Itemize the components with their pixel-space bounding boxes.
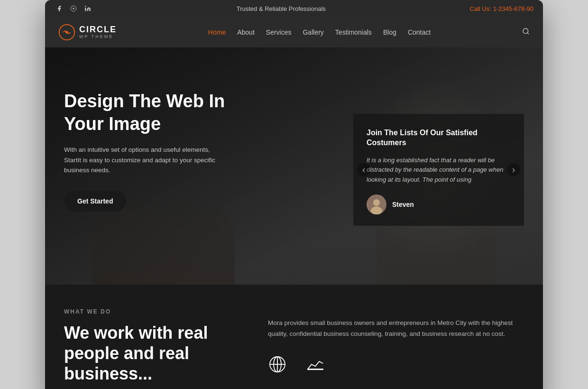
- nav-item-gallery[interactable]: Gallery: [303, 28, 323, 37]
- wwd-heading: We work with real people and real busine…: [64, 323, 244, 384]
- svg-line-6: [527, 33, 529, 34]
- what-we-do-section: WHAT WE DO We work with real people and …: [45, 285, 543, 389]
- wwd-label: WHAT WE DO: [64, 308, 244, 315]
- top-bar-tagline: Trusted & Reliable Professionals: [237, 5, 326, 12]
- nav-item-testimonials[interactable]: Testimonials: [335, 28, 372, 37]
- linkedin-icon[interactable]: [83, 4, 92, 13]
- testimonial-author: Steven: [367, 194, 511, 214]
- nav-item-services[interactable]: Services: [266, 28, 292, 37]
- nav-link-contact[interactable]: Contact: [408, 28, 431, 36]
- nav-item-home[interactable]: Home: [208, 28, 226, 37]
- next-arrow[interactable]: ›: [507, 163, 520, 176]
- nav-item-contact[interactable]: Contact: [408, 28, 431, 37]
- get-started-button[interactable]: Get Started: [64, 191, 126, 212]
- prev-arrow[interactable]: ‹: [357, 163, 370, 176]
- testimonial-title: Join The Lists Of Our Satisfied Costumer…: [367, 128, 511, 148]
- testimonial-nav: ‹ ›: [353, 163, 524, 176]
- nav-link-home[interactable]: Home: [208, 28, 226, 36]
- youtube-icon[interactable]: [69, 4, 78, 13]
- logo-subtitle: WP THEME: [79, 34, 117, 40]
- social-icons: [55, 4, 92, 13]
- top-bar: Trusted & Reliable Professionals Call Us…: [45, 0, 543, 17]
- navbar: CIRCLE WP THEME Home About Services Gall…: [45, 17, 543, 47]
- wwd-right: Mora provides small business owners and …: [268, 308, 524, 384]
- nav-link-about[interactable]: About: [237, 28, 255, 36]
- svg-point-5: [523, 28, 528, 34]
- search-icon[interactable]: [522, 28, 530, 37]
- nav-item-about[interactable]: About: [237, 28, 255, 37]
- author-name: Steven: [392, 201, 414, 208]
- hero-description: With an intuitive set of options and use…: [64, 145, 216, 176]
- svg-point-8: [373, 199, 380, 206]
- nav-item-blog[interactable]: Blog: [383, 28, 396, 37]
- logo[interactable]: CIRCLE WP THEME: [58, 24, 117, 41]
- facebook-icon[interactable]: [55, 4, 64, 13]
- phone-number: 1-2345-678-90: [493, 5, 533, 12]
- wwd-globe-icon-item: [268, 355, 287, 374]
- wwd-chart-icon-item: [306, 355, 325, 374]
- svg-rect-14: [308, 369, 323, 370]
- nav-link-testimonials[interactable]: Testimonials: [335, 28, 372, 36]
- chart-icon: [306, 355, 325, 374]
- wwd-description: Mora provides small business owners and …: [268, 318, 524, 340]
- nav-link-gallery[interactable]: Gallery: [303, 28, 323, 36]
- svg-point-2: [85, 6, 86, 7]
- nav-links: Home About Services Gallery Testimonials…: [208, 28, 431, 37]
- hero-left-content: Design The Web In Your Image With an int…: [64, 76, 244, 212]
- svg-marker-1: [73, 8, 75, 10]
- nav-link-blog[interactable]: Blog: [383, 28, 396, 36]
- wwd-left: WHAT WE DO We work with real people and …: [64, 308, 244, 384]
- logo-icon: [58, 24, 75, 41]
- nav-link-services[interactable]: Services: [266, 28, 292, 36]
- logo-title: CIRCLE: [79, 25, 117, 34]
- testimonial-box: Join The Lists Of Our Satisfied Costumer…: [353, 114, 524, 226]
- svg-point-4: [65, 31, 68, 33]
- wwd-icons: [268, 355, 524, 374]
- globe-icon: [268, 355, 287, 374]
- call-label: Call Us:: [470, 5, 492, 12]
- author-avatar: [367, 194, 386, 214]
- top-bar-phone: Call Us: 1-2345-678-90: [470, 5, 533, 12]
- hero-section: Design The Web In Your Image With an int…: [45, 47, 543, 285]
- browser-window: Trusted & Reliable Professionals Call Us…: [45, 0, 543, 389]
- hero-heading: Design The Web In Your Image: [64, 90, 244, 135]
